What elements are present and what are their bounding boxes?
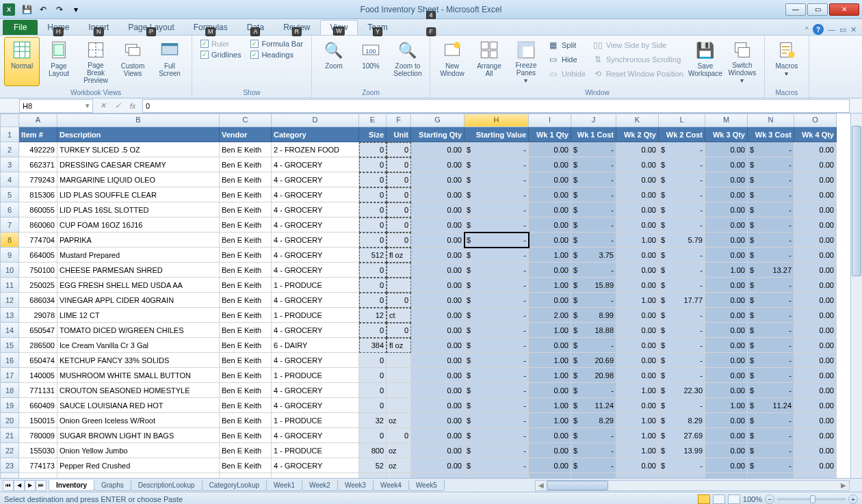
cell[interactable]: 0.00 [411, 458, 465, 473]
cell[interactable]: 0.00 [529, 142, 571, 157]
cell[interactable]: $- [571, 293, 616, 308]
cell[interactable]: 6 - DAIRY [272, 338, 359, 353]
cell[interactable]: oz [387, 458, 411, 473]
cell[interactable]: Ben E Keith [220, 217, 272, 233]
cell[interactable]: $- [465, 428, 529, 443]
cell[interactable]: 0.00 [705, 278, 748, 293]
cell[interactable]: TURKEY SLICED .5 OZ [57, 142, 220, 157]
cell[interactable]: 0.00 [705, 368, 748, 383]
sheet-tab-week1[interactable]: Week1 [266, 480, 302, 491]
column-header-E[interactable]: E [359, 114, 387, 127]
cell[interactable]: 0.00 [411, 443, 465, 458]
cell[interactable]: $- [748, 142, 794, 157]
cell[interactable]: 0.00 [705, 458, 748, 473]
cell[interactable]: 150015 [19, 413, 57, 428]
cell[interactable]: CHEESE PARMESAN SHRED [57, 263, 220, 278]
cell[interactable]: 0 [359, 142, 387, 157]
tab-team[interactable]: TeamY [358, 20, 397, 35]
page-layout-button[interactable]: Page Layout [41, 37, 77, 86]
cell[interactable]: $5.79 [659, 233, 705, 248]
cell[interactable]: 0.00 [411, 383, 465, 398]
cell[interactable]: $- [465, 233, 529, 248]
cell[interactable]: $- [659, 278, 705, 293]
cell[interactable]: 0.00 [616, 202, 659, 217]
cell[interactable]: 0.00 [705, 353, 748, 368]
cell[interactable]: 0.00 [705, 187, 748, 202]
cell[interactable]: $15.89 [571, 278, 616, 293]
cell[interactable]: Onion Yellow Jumbo [57, 443, 220, 458]
table-header[interactable]: Wk 3 Qty [705, 127, 748, 142]
tab-home[interactable]: HomeH [38, 20, 79, 35]
cell[interactable]: $- [571, 383, 616, 398]
cell[interactable]: 0.00 [794, 293, 837, 308]
column-header-D[interactable]: D [272, 114, 359, 127]
cell[interactable]: TUMBLER 20 OZ AMBER [57, 473, 220, 478]
row-header-12[interactable]: 12 [0, 293, 19, 308]
cell[interactable]: Ben E Keith [220, 383, 272, 398]
cell[interactable]: 492229 [19, 142, 57, 157]
row-header-14[interactable]: 14 [0, 323, 19, 338]
column-header-K[interactable]: K [616, 114, 659, 127]
fx-icon[interactable]: fx [126, 100, 140, 112]
qat-redo-button[interactable]: ↷3 [52, 3, 67, 16]
cell[interactable]: 0.00 [794, 398, 837, 413]
cell[interactable]: 0.00 [705, 383, 748, 398]
row-header-24[interactable]: 24 [0, 473, 19, 478]
vscroll-thumb[interactable] [852, 126, 861, 276]
normal-view-button[interactable]: Normal [4, 37, 40, 86]
table-header[interactable]: Description [57, 127, 220, 142]
cell[interactable]: Ben E Keith [220, 458, 272, 473]
cell[interactable]: 780009 [19, 428, 57, 443]
cell[interactable]: 0.00 [616, 458, 659, 473]
cell[interactable]: $- [465, 323, 529, 338]
cell[interactable]: 0.00 [411, 308, 465, 323]
cell[interactable]: 0.00 [616, 157, 659, 172]
cell[interactable]: 0.00 [705, 308, 748, 323]
cell[interactable]: 750100 [19, 263, 57, 278]
cell[interactable]: 1.00 [616, 383, 659, 398]
custom-views-button[interactable]: Custom Views [115, 37, 151, 86]
cell[interactable]: $11.24 [748, 398, 794, 413]
close-button[interactable]: ✕ [829, 3, 859, 16]
cell[interactable]: 650547 [19, 323, 57, 338]
cell[interactable]: Pepper Red Crushed [57, 458, 220, 473]
save-workspace-button[interactable]: 💾Save Workspace [688, 37, 723, 86]
row-header-3[interactable]: 3 [0, 157, 19, 172]
cell[interactable]: 0.00 [529, 217, 571, 233]
cell[interactable]: 0 [387, 142, 411, 157]
cell[interactable]: 815306 [19, 187, 57, 202]
cell[interactable]: 0.00 [616, 278, 659, 293]
cell[interactable]: $- [659, 353, 705, 368]
cell[interactable]: 0.00 [705, 428, 748, 443]
cell[interactable]: $22.30 [659, 383, 705, 398]
cell[interactable]: 0.00 [616, 398, 659, 413]
cell[interactable]: 4 - GROCERY [272, 398, 359, 413]
cell[interactable]: 0.00 [411, 233, 465, 248]
table-header[interactable]: Wk 1 Cost [571, 127, 616, 142]
cell[interactable]: oz [387, 413, 411, 428]
cell[interactable]: 0.00 [616, 263, 659, 278]
cell[interactable]: 0.00 [705, 473, 748, 478]
cell[interactable]: 0 [387, 217, 411, 233]
cell[interactable]: $8.99 [571, 308, 616, 323]
cell[interactable]: 0 [387, 473, 411, 478]
cell[interactable]: $- [748, 248, 794, 263]
cell[interactable] [387, 263, 411, 278]
cell[interactable]: $- [465, 413, 529, 428]
doc-minimize-icon[interactable]: — [828, 25, 835, 34]
cell[interactable]: 0.00 [616, 338, 659, 353]
cell[interactable]: 0.00 [794, 248, 837, 263]
cell[interactable]: 0.00 [794, 383, 837, 398]
cell[interactable]: 4 - GROCERY [272, 187, 359, 202]
cell[interactable]: $- [571, 458, 616, 473]
cell[interactable]: $8.29 [659, 413, 705, 428]
cell[interactable]: $27.69 [659, 428, 705, 443]
cell[interactable]: 29078 [19, 308, 57, 323]
row-header-15[interactable]: 15 [0, 338, 19, 353]
cell[interactable]: 0.00 [616, 187, 659, 202]
cell[interactable]: $- [748, 458, 794, 473]
cell[interactable]: $- [465, 263, 529, 278]
table-header[interactable]: Wk 2 Cost [659, 127, 705, 142]
tab-nav-prev[interactable]: ◀ [14, 480, 25, 491]
cell[interactable]: Ben E Keith [220, 293, 272, 308]
